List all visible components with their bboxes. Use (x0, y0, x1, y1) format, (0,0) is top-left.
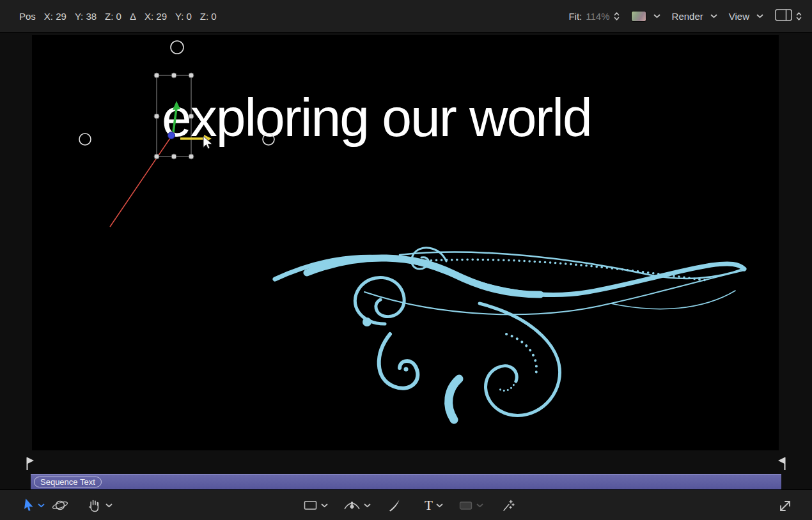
transform-handle[interactable] (171, 154, 176, 159)
color-channels-icon (631, 11, 646, 22)
select-transform-tool[interactable] (22, 498, 45, 512)
paint-stroke-tool[interactable] (387, 498, 402, 512)
chevron-down-icon (653, 14, 660, 19)
paint-stroke-icon (387, 498, 402, 512)
window-layout-control[interactable] (775, 9, 802, 23)
channels-menu[interactable] (631, 11, 660, 22)
transform-handle[interactable] (189, 73, 194, 78)
render-menu-label: Render (672, 11, 703, 22)
adjust-item-tool[interactable] (501, 498, 515, 512)
onscreen-control-circle[interactable] (79, 134, 91, 145)
selection-bounding-box[interactable] (154, 73, 194, 159)
flourish-graphic[interactable] (275, 248, 744, 420)
canvas-status-toolbar: Pos X: 29 Y: 38 Z: 0 Δ X: 29 Y: 0 Z: 0 F… (0, 0, 812, 33)
orbit-3d-icon (51, 498, 69, 512)
transform-handle[interactable] (189, 154, 194, 159)
chevron-down-icon[interactable] (38, 503, 45, 508)
magic-wand-icon (501, 498, 515, 512)
onscreen-control-circle[interactable] (171, 41, 183, 54)
expand-diagonal-icon (777, 498, 793, 514)
shape-tool[interactable] (303, 498, 328, 512)
timeline-track-sequence-text[interactable]: Sequence Text (31, 474, 781, 489)
hand-icon (87, 498, 102, 512)
text-tool-icon: T (425, 499, 433, 512)
pos-y-value: Y: 38 (75, 11, 97, 22)
view-menu[interactable]: View (729, 11, 763, 22)
chevron-down-icon[interactable] (364, 503, 371, 508)
render-menu[interactable]: Render (672, 11, 717, 22)
select-arrow-icon (22, 498, 35, 512)
text-tool[interactable]: T (425, 499, 443, 512)
position-readout: Pos X: 29 Y: 38 Z: 0 Δ X: 29 Y: 0 Z: 0 (19, 11, 217, 22)
mask-tool-disabled (458, 498, 483, 512)
toggle-fullscreen-button[interactable] (777, 498, 793, 516)
zoom-fit-control[interactable]: Fit: 114% (568, 11, 619, 22)
layout-panel-icon (775, 9, 792, 23)
fit-label: Fit: (568, 11, 582, 22)
play-range-out-marker[interactable] (777, 456, 788, 474)
track-name-label[interactable]: Sequence Text (34, 477, 102, 487)
pos-label: Pos (19, 11, 36, 22)
zoom-stepper-icon[interactable] (614, 11, 620, 21)
chevron-down-icon[interactable] (436, 503, 443, 508)
bezier-pen-icon (343, 498, 361, 512)
bezier-pen-tool[interactable] (343, 498, 371, 512)
canvas[interactable]: exploring our world (32, 35, 779, 450)
transform-handle[interactable] (154, 154, 159, 159)
chevron-down-icon (476, 503, 483, 508)
motion-path-line[interactable] (110, 137, 171, 227)
chevron-down-icon[interactable] (321, 503, 328, 508)
transform-handle[interactable] (189, 114, 194, 119)
pan-hand-tool[interactable] (87, 498, 113, 512)
zoom-level-value: 114% (586, 11, 609, 22)
chevron-down-icon (710, 14, 717, 19)
pos-x-value: X: 29 (44, 11, 66, 22)
delta-x-value: X: 29 (144, 11, 167, 22)
mask-rectangle-icon (458, 498, 473, 512)
tools-toolbar: T (0, 489, 812, 520)
y-axis-arrow[interactable] (173, 101, 180, 132)
pos-z-value: Z: 0 (105, 11, 121, 22)
rectangle-shape-icon (303, 498, 318, 512)
play-range-in-marker[interactable] (24, 456, 35, 474)
onscreen-control-circle[interactable] (263, 134, 274, 145)
transform-handle[interactable] (171, 73, 176, 78)
delta-label: Δ (130, 11, 136, 22)
transform-handle[interactable] (154, 114, 159, 119)
view-menu-label: View (729, 11, 749, 22)
chevron-down-icon (756, 14, 763, 19)
anchor-point[interactable] (168, 132, 175, 139)
transform-handle[interactable] (154, 73, 159, 78)
layout-stepper-icon (796, 11, 802, 21)
delta-y-value: Y: 0 (175, 11, 192, 22)
transform-3d-tool[interactable] (51, 498, 69, 512)
chevron-down-icon[interactable] (105, 503, 113, 508)
delta-z-value: Z: 0 (200, 11, 217, 22)
